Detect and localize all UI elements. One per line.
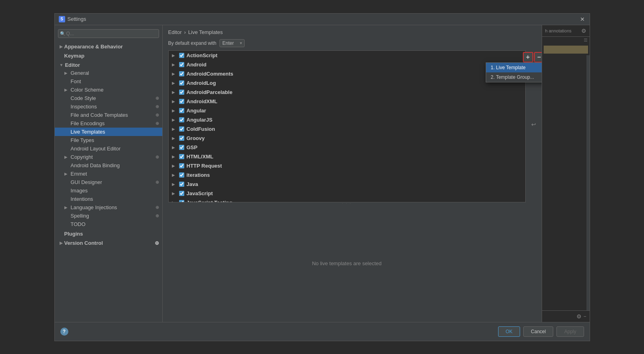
list-item[interactable]: ▶ HTML/XML: [169, 152, 525, 161]
list-item[interactable]: ▶ AndroidXML: [169, 97, 525, 106]
sidebar-item-copyright[interactable]: ▶ Copyright ⊕: [55, 153, 162, 161]
ok-button[interactable]: OK: [498, 326, 520, 337]
sidebar-item-language-injections[interactable]: ▶ Language Injections ⊕: [55, 203, 162, 212]
sidebar-item-gui-designer[interactable]: ▶ GUI Designer ⊕: [55, 178, 162, 186]
template-checkbox[interactable]: [179, 126, 184, 132]
sidebar-item-font[interactable]: ▶ Font: [55, 77, 162, 86]
sidebar-item-file-types[interactable]: ▶ File Types: [55, 136, 162, 144]
sidebar-item-emmet[interactable]: ▶ Emmet: [55, 170, 162, 178]
sidebar-item-general[interactable]: ▶ General: [55, 69, 162, 77]
badge-icon: ⊕: [154, 121, 159, 126]
template-checkbox[interactable]: [179, 117, 184, 122]
list-item[interactable]: ▶ Android: [169, 60, 525, 69]
template-list-container: ▶ ActionScript ▶ Android ▶ Androi: [168, 50, 526, 322]
close-button[interactable]: ✕: [579, 16, 586, 22]
editor-area: [542, 55, 590, 310]
list-item[interactable]: ▶ Java: [169, 180, 525, 189]
sidebar-item-file-code-templates[interactable]: ▶ File and Code Templates ⊕: [55, 111, 162, 119]
sidebar-item-editor[interactable]: ▼ Editor: [55, 60, 162, 69]
sidebar-item-plugins[interactable]: ▶ Plugins: [55, 228, 162, 238]
add-button[interactable]: +: [523, 52, 533, 62]
template-checkbox[interactable]: [179, 99, 184, 104]
sidebar-item-inspections[interactable]: ▶ Inspections ⊕: [55, 102, 162, 111]
list-item[interactable]: ▶ GSP: [169, 143, 525, 152]
search-box[interactable]: 🔍: [58, 29, 159, 38]
split-panel: ▶ ActionScript ▶ Android ▶ Androi: [163, 50, 542, 322]
expand-select-wrapper[interactable]: Enter Tab Space ▼: [219, 39, 245, 47]
expand-select[interactable]: Enter Tab Space: [219, 39, 245, 47]
sidebar-item-label: Emmet: [71, 171, 159, 177]
dropdown-item-live-template[interactable]: 1. Live Template: [486, 63, 542, 72]
chevron-right-icon: ▶: [172, 90, 177, 94]
list-item[interactable]: ▶ AndroidParcelable: [169, 88, 525, 97]
sidebar-item-label: Keymap: [64, 53, 85, 59]
template-checkbox[interactable]: [179, 53, 184, 58]
template-name: AndroidLog: [187, 80, 216, 86]
sidebar-item-android-data-binding[interactable]: ▶ Android Data Binding: [55, 161, 162, 170]
sidebar-item-todo[interactable]: ▶ TODO: [55, 220, 162, 228]
add-dropdown-menu: 1. Live Template 2. Template Group...: [486, 62, 542, 82]
sidebar-item-android-layout-editor[interactable]: ▶ Android Layout Editor: [55, 144, 162, 153]
revert-button[interactable]: ↩: [528, 119, 539, 130]
cancel-button[interactable]: Cancel: [523, 326, 553, 337]
minus-icon[interactable]: −: [583, 314, 586, 319]
sidebar-item-intentions[interactable]: ▶ Intentions: [55, 195, 162, 203]
scrollbar[interactable]: [586, 55, 590, 310]
sidebar-item-color-scheme[interactable]: ▶ Color Scheme: [55, 86, 162, 94]
gear-icon-bottom[interactable]: ⚙: [576, 313, 582, 320]
right-action-panel: + − 1. Live Template 2. Template Group..…: [526, 50, 542, 322]
list-item[interactable]: ▶ AndroidLog: [169, 78, 525, 88]
template-name: AndroidXML: [187, 98, 217, 104]
list-item[interactable]: ▶ JavaScript Testing: [169, 198, 525, 202]
sidebar-item-label: File Encodings: [71, 120, 152, 126]
template-checkbox[interactable]: [179, 200, 184, 202]
sidebar-item-label: General: [71, 70, 159, 76]
template-checkbox[interactable]: [179, 90, 184, 95]
dropdown-item-template-group[interactable]: 2. Template Group...: [486, 72, 542, 82]
help-button[interactable]: ?: [60, 328, 68, 336]
list-item[interactable]: ▶ iterations: [169, 170, 525, 180]
sidebar-item-appearance[interactable]: ▶ Appearance & Behavior: [55, 41, 162, 50]
badge-icon: ⊕: [154, 213, 159, 218]
list-item[interactable]: ▶ ActionScript: [169, 51, 525, 60]
template-checkbox[interactable]: [179, 145, 184, 150]
dropdown-item-label: 1. Live Template: [491, 65, 526, 70]
template-checkbox[interactable]: [179, 172, 184, 178]
list-item[interactable]: ▶ AndroidComments: [169, 69, 525, 78]
list-item[interactable]: ▶ JavaScript: [169, 189, 525, 198]
search-input[interactable]: [58, 29, 159, 38]
template-checkbox[interactable]: [179, 182, 184, 187]
chevron-right-icon: ▶: [172, 182, 177, 186]
sidebar-item-label: Live Templates: [71, 129, 159, 135]
list-item[interactable]: ▶ ColdFusion: [169, 124, 525, 134]
list-item[interactable]: ▶ Groovy: [169, 134, 525, 143]
list-item[interactable]: ▶ HTTP Request: [169, 161, 525, 170]
gear-icon[interactable]: ⚙: [581, 28, 586, 34]
template-checkbox[interactable]: [179, 108, 184, 113]
sidebar-item-file-encodings[interactable]: ▶ File Encodings ⊕: [55, 119, 162, 128]
title-bar: S Settings ✕: [55, 14, 590, 25]
sidebar-item-label: Version Control: [64, 240, 103, 246]
template-checkbox[interactable]: [179, 62, 184, 67]
sidebar-item-keymap[interactable]: ▶ Keymap: [55, 50, 162, 60]
template-checkbox[interactable]: [179, 136, 184, 141]
chevron-right-icon: ▶: [60, 44, 63, 49]
template-checkbox[interactable]: [179, 80, 184, 86]
template-checkbox[interactable]: [179, 71, 184, 76]
remove-button[interactable]: −: [534, 52, 542, 62]
chevron-right-icon: ▶: [172, 127, 177, 131]
apply-button[interactable]: Apply: [556, 326, 584, 337]
list-item[interactable]: ▶ AngularJS: [169, 115, 525, 124]
template-checkbox[interactable]: [179, 154, 184, 159]
sidebar-item-spelling[interactable]: ▶ Spelling ⊕: [55, 212, 162, 220]
sidebar-item-version-control[interactable]: ▶ Version Control ⊕: [55, 238, 162, 247]
sidebar: 🔍 ▶ Appearance & Behavior ▶ Keymap ▼ Edi…: [55, 25, 163, 322]
sidebar-item-code-style[interactable]: ▶ Code Style ⊕: [55, 94, 162, 102]
sidebar-item-live-templates[interactable]: ▶ Live Templates: [55, 128, 162, 136]
badge-icon: ⊕: [154, 112, 159, 118]
list-item[interactable]: ▶ Angular: [169, 106, 525, 115]
sidebar-item-images[interactable]: ▶ Images: [55, 186, 162, 195]
template-checkbox[interactable]: [179, 163, 184, 168]
template-checkbox[interactable]: [179, 191, 184, 196]
template-name: iterations: [187, 172, 210, 178]
